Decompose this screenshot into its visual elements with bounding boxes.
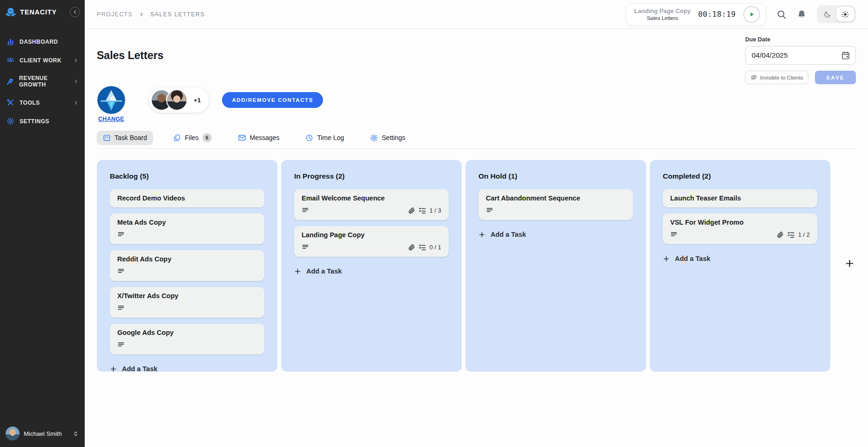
sidebar-collapse-button[interactable]	[70, 7, 80, 17]
task-card[interactable]: X/Twitter Ads Copy	[110, 287, 264, 318]
task-card[interactable]: Google Ads Copy	[110, 324, 264, 354]
column-cards: Email Welcome Sequence 1 /	[294, 189, 449, 257]
column-cards: Cart Abandonment Sequence	[478, 189, 633, 220]
calendar-picker-button[interactable]	[841, 51, 850, 60]
chevron-right-icon	[139, 12, 144, 17]
sidebar-item-tools[interactable]: TOOLS	[0, 96, 85, 109]
topbar-right: Landing Page Copy Sales Letters 00:18:19	[626, 3, 856, 26]
paperclip-icon	[777, 231, 784, 238]
invisible-to-clients-toggle[interactable]: Invisible to Clients	[745, 71, 808, 84]
description-icon	[117, 304, 125, 312]
task-card[interactable]: Record Demo Videos	[110, 189, 264, 207]
add-task-button[interactable]: Add a Task	[478, 231, 633, 238]
task-card-meta: 1 / 2	[670, 230, 810, 239]
task-card[interactable]: Meta Ads Copy	[110, 213, 264, 244]
contacts-overflow-count: +1	[194, 97, 201, 104]
column-title: Backlog (5)	[110, 172, 264, 180]
plus-icon	[478, 231, 485, 238]
timer-play-button[interactable]	[743, 6, 760, 23]
app-root: TENACITY DASHBOARD CLIENT WORK	[0, 0, 868, 447]
task-card-title: Meta Ads Copy	[117, 219, 257, 226]
chevron-right-icon	[73, 100, 79, 106]
task-card[interactable]: Cart Abandonment Sequence	[478, 189, 633, 220]
clock-icon	[305, 134, 313, 142]
add-task-button[interactable]: Add a Task	[663, 255, 817, 262]
task-card-meta	[117, 304, 257, 312]
plus-icon	[110, 366, 117, 373]
unfold-more-icon	[72, 430, 79, 437]
timer-task-name: Landing Page Copy	[634, 7, 691, 14]
app-logo-text: TENACITY	[20, 8, 57, 16]
task-card-title: X/Twitter Ads Copy	[117, 292, 257, 300]
notifications-button[interactable]	[797, 9, 807, 19]
task-card[interactable]: VSL For Widget Promo 1 / 2	[663, 213, 817, 244]
task-card-meta-right: 0 / 1	[408, 243, 441, 251]
dark-mode-button[interactable]	[819, 7, 836, 21]
timer-labels: Landing Page Copy Sales Letters	[634, 7, 691, 21]
project-tabs: Task Board Files 6 Messages Ti	[97, 130, 856, 146]
tab-task-board[interactable]: Task Board	[97, 131, 153, 145]
calendar-icon	[841, 51, 850, 60]
due-date-field	[745, 46, 856, 65]
kanban-board: Backlog (5) Record Demo Videos	[97, 160, 856, 372]
timer-project-name: Sales Letters	[634, 15, 691, 21]
search-button[interactable]	[776, 9, 787, 20]
chevron-left-icon	[72, 9, 78, 15]
description-icon	[302, 243, 309, 251]
board-column-on-hold-1: On Hold (1) Cart Abandonment Sequence	[465, 160, 646, 372]
task-card[interactable]: Email Welcome Sequence 1 /	[294, 189, 449, 220]
add-column-button[interactable]	[845, 259, 854, 268]
tab-time-log[interactable]: Time Log	[299, 131, 350, 145]
tools-icon	[6, 99, 14, 107]
task-card[interactable]: Reddit Ads Copy	[110, 250, 264, 281]
sidebar-item-dashboard[interactable]: DASHBOARD	[0, 35, 85, 48]
task-card-meta-right: 1 / 3	[408, 207, 441, 214]
task-card-title: Reddit Ads Copy	[117, 255, 257, 263]
task-card[interactable]: Launch Teaser Emails	[663, 189, 817, 207]
description-icon	[486, 207, 493, 214]
add-task-button[interactable]: Add a Task	[110, 365, 264, 373]
plus-icon	[294, 268, 301, 275]
board-column-backlog-5: Backlog (5) Record Demo Videos	[97, 160, 277, 372]
tab-files[interactable]: Files 6	[167, 130, 218, 146]
breadcrumb-sales-letters: SALES LETTERS	[150, 11, 205, 18]
tab-messages[interactable]: Messages	[232, 130, 286, 145]
envelope-icon	[238, 133, 246, 142]
checklist-count: 0 / 1	[430, 244, 441, 251]
sidebar-nav: DASHBOARD CLIENT WORK REVENUE GROWTH	[0, 35, 85, 128]
board-column-completed-2: Completed (2) Launch Teaser Emails	[650, 160, 830, 372]
description-icon	[670, 231, 678, 238]
add-task-button[interactable]: Add a Task	[294, 267, 449, 275]
user-name: Michael Smith	[24, 430, 62, 437]
gear-icon	[370, 134, 378, 142]
column-title: On Hold (1)	[478, 172, 633, 180]
save-button[interactable]: SAVE	[815, 71, 856, 84]
tab-label: Settings	[382, 134, 405, 141]
tab-label: Time Log	[317, 134, 344, 141]
task-card-title: Record Demo Videos	[117, 194, 257, 202]
task-card-meta-right: 1 / 2	[777, 231, 810, 239]
add-task-label: Add a Task	[675, 255, 710, 262]
change-avatar-link[interactable]: CHANGE	[98, 116, 124, 122]
contact-avatar-2	[166, 89, 188, 111]
rocket-icon	[6, 78, 14, 86]
sidebar-item-settings[interactable]: SETTINGS	[0, 114, 85, 128]
breadcrumb-projects[interactable]: PROJECTS	[97, 11, 133, 18]
sidebar-item-revenue-growth[interactable]: REVENUE GROWTH	[0, 72, 85, 91]
timer-widget: Landing Page Copy Sales Letters 00:18:19	[626, 3, 766, 26]
light-mode-button[interactable]	[836, 7, 854, 21]
sidebar-user-menu[interactable]: Michael Smith	[0, 422, 85, 447]
task-card[interactable]: Landing Page Copy 0 / 1	[294, 226, 449, 257]
contacts-pill[interactable]: +1	[149, 87, 209, 113]
due-date-input[interactable]	[752, 51, 826, 60]
sidebar-item-client-work[interactable]: CLIENT WORK	[0, 53, 85, 67]
description-icon	[117, 341, 125, 348]
timer-elapsed: 00:18:19	[698, 10, 736, 19]
project-avatar-iceberg	[97, 86, 125, 114]
sidebar-item-label: CLIENT WORK	[20, 57, 61, 64]
tab-settings[interactable]: Settings	[364, 131, 411, 145]
add-remove-contacts-button[interactable]: ADD/REMOVE CONTACTS	[222, 92, 323, 108]
project-avatar-block: CHANGE	[97, 86, 126, 122]
main-area: PROJECTS SALES LETTERS Landing Page Copy…	[85, 0, 868, 447]
plus-icon	[845, 259, 854, 268]
